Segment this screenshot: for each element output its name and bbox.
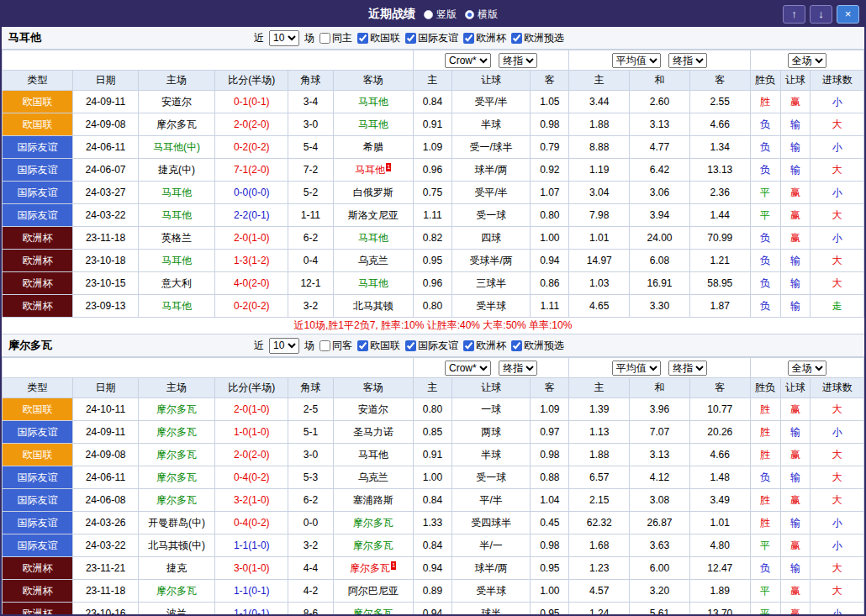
competition-filter-euro[interactable]: 欧洲杯 [463,339,506,353]
match-date: 24-09-11 [73,421,139,444]
layout-horizontal-radio[interactable]: 横版 [465,8,498,22]
home-team-name: 摩尔多瓦 [138,398,214,421]
competition-filter-friendly[interactable]: 国际友谊 [405,339,458,353]
competition-filter-euro[interactable]: 欧洲杯 [463,31,506,45]
asian-odds-away: 0.88 [531,466,569,489]
competition-badge: 欧洲杯 [3,250,73,272]
away-team-name: 马耳他1 [333,159,413,182]
score: 2-0(1-0) [215,398,288,421]
competition-filter-euro-qualifier[interactable]: 欧洲预选 [511,339,564,353]
asian-odds-home: 0.84 [413,91,451,113]
corners: 5-1 [288,421,333,444]
scope-select[interactable]: 全场 [788,361,826,376]
venue-filter-checkbox[interactable]: 同主 [319,31,352,45]
euro-odds-draw: 6.00 [630,557,690,580]
match-date: 23-11-21 [73,557,139,580]
euro-odds-time-select[interactable]: 终指 [668,361,707,376]
column-header: 胜负 [750,71,780,91]
asian-odds-time-select[interactable]: 终指 [499,361,537,376]
result-outcome: 胜 [750,512,780,534]
euro-odds-away: 1.21 [689,250,750,272]
asian-odds-line: 受平/半 [452,182,531,204]
match-date: 24-09-08 [73,444,139,466]
corners: 12-1 [288,272,333,295]
competition-badge: 国际友谊 [3,159,73,182]
radio-selected-icon [465,10,474,19]
layout-vertical-label: 竖版 [436,8,457,22]
competition-badge: 欧洲杯 [3,272,73,295]
results-table: Crow* 终指 平均值 终指 全场 类型 日期 主场 比分(半场) [2,357,864,616]
corners: 4-4 [288,557,333,580]
scope-select[interactable]: 全场 [788,53,826,68]
column-header: 进球数 [811,378,864,398]
euro-odds-draw: 3.20 [630,580,690,603]
euro-odds-type-select[interactable]: 平均值 [612,361,661,376]
asian-odds-away: 0.97 [531,421,569,444]
corners: 4-2 [288,580,333,603]
close-button[interactable]: × [837,5,859,24]
away-team-name: 圣马力诺 [333,421,413,444]
competition-label: 欧洲预选 [524,339,564,353]
away-team-name: 摩尔多瓦 [333,603,413,616]
result-outcome: 负 [750,272,780,295]
result-outcome: 负 [750,250,780,272]
asian-odds-home: 0.95 [413,250,451,272]
home-team-name: 马耳他 [138,182,214,204]
column-header: 主场 [138,71,214,91]
competition-badge: 欧国联 [3,113,73,136]
result-outcome: 胜 [750,398,780,421]
column-header: 客 [689,71,750,91]
result-outcome: 平 [750,580,780,603]
euro-odds-home: 8.88 [569,136,630,159]
matches-count-select[interactable]: 10 [269,30,299,46]
euro-odds-home: 1.39 [569,398,630,421]
competition-label: 欧洲预选 [524,31,564,45]
venue-filter-checkbox[interactable]: 同客 [319,339,352,353]
euro-odds-home: 2.15 [569,489,630,512]
match-row: 国际友谊24-06-08摩尔多瓦3-2(1-0)6-2塞浦路斯0.84平/半1.… [3,489,864,512]
asian-odds-home: 0.94 [413,557,451,580]
away-team-name: 斯洛文尼亚 [333,204,413,227]
competition-filter-friendly[interactable]: 国际友谊 [405,31,458,45]
competition-badge: 欧洲杯 [3,580,73,603]
corners: 5-4 [288,136,333,159]
matches-count-select[interactable]: 10 [269,338,299,354]
red-card-badge: 1 [386,163,391,171]
euro-odds-draw: 3.08 [630,489,690,512]
euro-odds-away: 4.66 [689,444,750,466]
away-team-name: 安道尔 [333,398,413,421]
euro-odds-type-select[interactable]: 平均值 [612,53,661,68]
asian-odds-home: 0.91 [413,444,451,466]
scope-select-cell: 全场 [750,358,863,378]
result-goals: 大 [811,580,864,603]
match-row: 欧洲杯23-11-18摩尔多瓦1-1(0-1)4-2阿尔巴尼亚0.89受半球1.… [3,580,864,603]
score: 0-4(0-2) [215,466,288,489]
asian-odds-time-select[interactable]: 终指 [499,53,537,68]
euro-odds-draw: 3.63 [630,534,690,557]
column-header-row: 类型 日期 主场 比分(半场) 角球 客场 主 让球 客 主 和 客 胜负 让球… [3,71,864,91]
column-header: 类型 [3,378,73,398]
euro-odds-time-select[interactable]: 终指 [668,53,707,68]
bookmaker-select[interactable]: Crow* [445,53,491,68]
score: 2-2(0-1) [215,204,288,227]
score: 1-1(0-1) [215,603,288,616]
home-team-name: 摩尔多瓦 [138,580,214,603]
result-goals: 小 [811,512,864,534]
bookmaker-select[interactable]: Crow* [445,361,491,376]
scroll-down-button[interactable]: ↓ [810,5,832,24]
competition-filter-nations-league[interactable]: 欧国联 [357,339,400,353]
match-row: 欧洲杯23-10-18马耳他1-3(1-2)0-4乌克兰0.95受球半/两0.9… [3,250,864,272]
team-section-header: 摩尔多瓦 近 10 场 同客 欧国联 国际友谊 欧洲杯 欧洲预选 [2,334,864,357]
results-table: Crow* 终指 平均值 终指 全场 类型 日期 主场 比分(半场) [2,50,864,318]
result-outcome: 胜 [750,421,780,444]
competition-label: 国际友谊 [418,339,458,353]
competition-filter-nations-league[interactable]: 欧国联 [357,31,400,45]
scroll-up-button[interactable]: ↑ [783,5,805,24]
layout-vertical-radio[interactable]: 竖版 [424,8,457,22]
home-team-name: 捷克(中) [138,159,214,182]
euro-odds-draw: 6.08 [630,250,690,272]
corners: 2-5 [288,398,333,421]
result-handicap: 赢 [780,489,811,512]
match-date: 24-03-27 [73,182,139,204]
competition-filter-euro-qualifier[interactable]: 欧洲预选 [511,31,564,45]
